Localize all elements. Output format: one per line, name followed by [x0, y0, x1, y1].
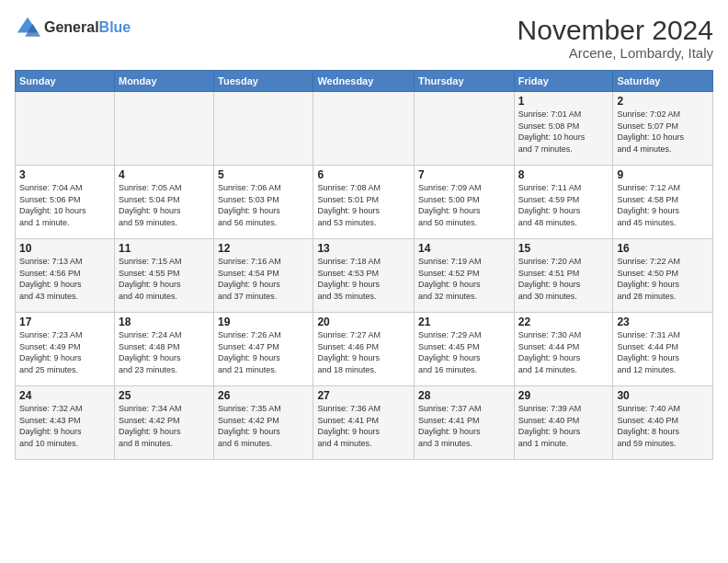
weekday-header-monday: Monday: [114, 71, 213, 92]
day-number: 28: [418, 389, 510, 402]
day-number: 24: [19, 389, 110, 402]
day-info: Sunrise: 7:31 AM Sunset: 4:44 PM Dayligh…: [617, 329, 709, 375]
day-info: Sunrise: 7:18 AM Sunset: 4:53 PM Dayligh…: [317, 256, 410, 302]
day-number: 4: [119, 168, 210, 181]
calendar-cell: 23Sunrise: 7:31 AM Sunset: 4:44 PM Dayli…: [613, 313, 713, 386]
day-info: Sunrise: 7:26 AM Sunset: 4:47 PM Dayligh…: [218, 329, 309, 375]
day-number: 29: [518, 389, 609, 402]
day-number: 19: [218, 316, 309, 328]
calendar-week-row: 17Sunrise: 7:23 AM Sunset: 4:49 PM Dayli…: [16, 313, 713, 386]
day-info: Sunrise: 7:04 AM Sunset: 5:06 PM Dayligh…: [19, 182, 110, 228]
calendar-cell: 2Sunrise: 7:02 AM Sunset: 5:07 PM Daylig…: [613, 92, 713, 166]
calendar-cell: 28Sunrise: 7:37 AM Sunset: 4:41 PM Dayli…: [415, 386, 515, 460]
day-info: Sunrise: 7:36 AM Sunset: 4:41 PM Dayligh…: [317, 403, 410, 449]
day-info: Sunrise: 7:35 AM Sunset: 4:42 PM Dayligh…: [218, 403, 309, 449]
day-number: 13: [317, 242, 410, 255]
day-number: 10: [19, 242, 110, 255]
day-number: 27: [317, 389, 410, 402]
weekday-header-sunday: Sunday: [16, 71, 115, 92]
day-info: Sunrise: 7:24 AM Sunset: 4:48 PM Dayligh…: [119, 329, 210, 375]
day-info: Sunrise: 7:01 AM Sunset: 5:08 PM Dayligh…: [518, 109, 609, 155]
day-info: Sunrise: 7:12 AM Sunset: 4:58 PM Dayligh…: [617, 182, 709, 228]
location-subtitle: Arcene, Lombardy, Italy: [518, 45, 713, 61]
weekday-header-row: SundayMondayTuesdayWednesdayThursdayFrid…: [16, 71, 713, 92]
calendar-cell: 4Sunrise: 7:05 AM Sunset: 5:04 PM Daylig…: [114, 166, 213, 239]
day-number: 7: [418, 168, 510, 181]
calendar-cell: 29Sunrise: 7:39 AM Sunset: 4:40 PM Dayli…: [514, 386, 613, 460]
calendar-week-row: 10Sunrise: 7:13 AM Sunset: 4:56 PM Dayli…: [16, 239, 713, 313]
day-info: Sunrise: 7:11 AM Sunset: 4:59 PM Dayligh…: [518, 182, 609, 228]
weekday-header-wednesday: Wednesday: [313, 71, 415, 92]
day-number: 14: [418, 242, 510, 255]
day-number: 16: [617, 242, 709, 255]
weekday-header-tuesday: Tuesday: [214, 71, 313, 92]
day-info: Sunrise: 7:02 AM Sunset: 5:07 PM Dayligh…: [617, 109, 709, 155]
day-info: Sunrise: 7:13 AM Sunset: 4:56 PM Dayligh…: [19, 256, 110, 302]
calendar-cell: 9Sunrise: 7:12 AM Sunset: 4:58 PM Daylig…: [613, 166, 713, 239]
calendar-cell: 25Sunrise: 7:34 AM Sunset: 4:42 PM Dayli…: [114, 386, 213, 460]
calendar-cell: 12Sunrise: 7:16 AM Sunset: 4:54 PM Dayli…: [214, 239, 313, 313]
day-info: Sunrise: 7:30 AM Sunset: 4:44 PM Dayligh…: [518, 329, 609, 375]
calendar-cell: 16Sunrise: 7:22 AM Sunset: 4:50 PM Dayli…: [613, 239, 713, 313]
weekday-header-friday: Friday: [514, 71, 613, 92]
calendar-cell: 22Sunrise: 7:30 AM Sunset: 4:44 PM Dayli…: [514, 313, 613, 386]
calendar-cell: 27Sunrise: 7:36 AM Sunset: 4:41 PM Dayli…: [313, 386, 415, 460]
calendar-week-row: 1Sunrise: 7:01 AM Sunset: 5:08 PM Daylig…: [16, 92, 713, 166]
day-number: 21: [418, 316, 510, 328]
day-info: Sunrise: 7:37 AM Sunset: 4:41 PM Dayligh…: [418, 403, 510, 449]
header: GeneralBlue November 2024 Arcene, Lombar…: [15, 15, 713, 61]
day-info: Sunrise: 7:39 AM Sunset: 4:40 PM Dayligh…: [518, 403, 609, 449]
day-info: Sunrise: 7:23 AM Sunset: 4:49 PM Dayligh…: [19, 329, 110, 375]
calendar-cell: 14Sunrise: 7:19 AM Sunset: 4:52 PM Dayli…: [415, 239, 515, 313]
day-info: Sunrise: 7:15 AM Sunset: 4:55 PM Dayligh…: [119, 256, 210, 302]
calendar-cell: 18Sunrise: 7:24 AM Sunset: 4:48 PM Dayli…: [114, 313, 213, 386]
calendar-cell: 17Sunrise: 7:23 AM Sunset: 4:49 PM Dayli…: [16, 313, 115, 386]
calendar-cell: 19Sunrise: 7:26 AM Sunset: 4:47 PM Dayli…: [214, 313, 313, 386]
day-info: Sunrise: 7:08 AM Sunset: 5:01 PM Dayligh…: [317, 182, 410, 228]
day-number: 23: [617, 316, 709, 328]
logo-icon: [15, 15, 40, 40]
day-number: 5: [218, 168, 309, 181]
calendar-cell: [415, 92, 515, 166]
day-info: Sunrise: 7:06 AM Sunset: 5:03 PM Dayligh…: [218, 182, 309, 228]
calendar-cell: 15Sunrise: 7:20 AM Sunset: 4:51 PM Dayli…: [514, 239, 613, 313]
calendar-cell: 5Sunrise: 7:06 AM Sunset: 5:03 PM Daylig…: [214, 166, 313, 239]
day-info: Sunrise: 7:09 AM Sunset: 5:00 PM Dayligh…: [418, 182, 510, 228]
day-info: Sunrise: 7:29 AM Sunset: 4:45 PM Dayligh…: [418, 329, 510, 375]
day-info: Sunrise: 7:27 AM Sunset: 4:46 PM Dayligh…: [317, 329, 410, 375]
calendar-week-row: 3Sunrise: 7:04 AM Sunset: 5:06 PM Daylig…: [16, 166, 713, 239]
calendar-cell: 11Sunrise: 7:15 AM Sunset: 4:55 PM Dayli…: [114, 239, 213, 313]
calendar-cell: 1Sunrise: 7:01 AM Sunset: 5:08 PM Daylig…: [514, 92, 613, 166]
day-number: 1: [518, 95, 609, 108]
day-info: Sunrise: 7:32 AM Sunset: 4:43 PM Dayligh…: [19, 403, 110, 449]
day-info: Sunrise: 7:34 AM Sunset: 4:42 PM Dayligh…: [119, 403, 210, 449]
calendar-table: SundayMondayTuesdayWednesdayThursdayFrid…: [15, 70, 713, 460]
day-info: Sunrise: 7:19 AM Sunset: 4:52 PM Dayligh…: [418, 256, 510, 302]
logo: GeneralBlue: [15, 15, 131, 40]
day-number: 20: [317, 316, 410, 328]
day-info: Sunrise: 7:16 AM Sunset: 4:54 PM Dayligh…: [218, 256, 309, 302]
title-section: November 2024 Arcene, Lombardy, Italy: [518, 15, 713, 61]
day-number: 26: [218, 389, 309, 402]
day-number: 25: [119, 389, 210, 402]
day-number: 8: [518, 168, 609, 181]
day-info: Sunrise: 7:40 AM Sunset: 4:40 PM Dayligh…: [617, 403, 709, 449]
weekday-header-thursday: Thursday: [415, 71, 515, 92]
calendar-cell: [16, 92, 115, 166]
day-info: Sunrise: 7:05 AM Sunset: 5:04 PM Dayligh…: [119, 182, 210, 228]
calendar-cell: 8Sunrise: 7:11 AM Sunset: 4:59 PM Daylig…: [514, 166, 613, 239]
day-number: 18: [119, 316, 210, 328]
day-number: 11: [119, 242, 210, 255]
day-info: Sunrise: 7:20 AM Sunset: 4:51 PM Dayligh…: [518, 256, 609, 302]
day-number: 12: [218, 242, 309, 255]
day-info: Sunrise: 7:22 AM Sunset: 4:50 PM Dayligh…: [617, 256, 709, 302]
calendar-cell: [313, 92, 415, 166]
day-number: 6: [317, 168, 410, 181]
calendar-cell: 26Sunrise: 7:35 AM Sunset: 4:42 PM Dayli…: [214, 386, 313, 460]
calendar-cell: 24Sunrise: 7:32 AM Sunset: 4:43 PM Dayli…: [16, 386, 115, 460]
day-number: 9: [617, 168, 709, 181]
calendar-cell: 3Sunrise: 7:04 AM Sunset: 5:06 PM Daylig…: [16, 166, 115, 239]
day-number: 15: [518, 242, 609, 255]
calendar-week-row: 24Sunrise: 7:32 AM Sunset: 4:43 PM Dayli…: [16, 386, 713, 460]
calendar-cell: 30Sunrise: 7:40 AM Sunset: 4:40 PM Dayli…: [613, 386, 713, 460]
